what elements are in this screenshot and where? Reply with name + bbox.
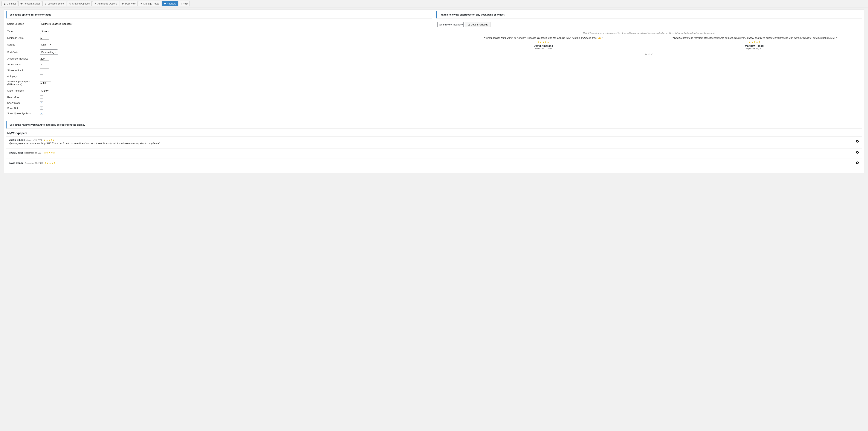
label-sortorder: Sort Order	[6, 48, 38, 56]
review-date: December 23, 2017	[25, 162, 43, 164]
label-showdate: Show Date	[6, 106, 38, 111]
exclude-location-name: MyWorkpapers	[7, 132, 861, 135]
slider-dot[interactable]	[651, 54, 653, 55]
eye-icon	[855, 139, 859, 143]
review-body: Great service from Martin at Northern Be…	[486, 36, 601, 39]
additional-label: Additional Options	[97, 2, 117, 5]
connect-label: Connect	[7, 2, 16, 5]
review-date: December 23, 2017	[25, 152, 43, 154]
post-now-tab[interactable]: Post Now	[120, 1, 138, 6]
shortcode-row: [gmb-review location= Copy Shortcode	[436, 20, 862, 29]
checkbox-readmore[interactable]	[40, 95, 43, 98]
quote-left-icon: ❝	[484, 36, 485, 39]
input-speed[interactable]	[40, 81, 51, 85]
main-content: Select the options for the shortcode Sel…	[4, 9, 864, 173]
eye-icon	[855, 150, 859, 154]
manage-posts-tab[interactable]: Manage Posts	[138, 1, 161, 6]
manage-label: Manage Posts	[143, 2, 159, 5]
reviews-slider: ❝Great service from Martin at Northern B…	[436, 36, 862, 50]
top-toolbar: Connect Account Select Location Select S…	[0, 0, 868, 7]
checkbox-showdate[interactable]	[40, 107, 43, 110]
label-visible: Visible Slides	[6, 62, 38, 67]
review-head: Martin Gibson January 19, 2018 ★★★★★	[9, 139, 854, 141]
label-location: Select Location	[6, 20, 38, 28]
sharing-label: Sharing Options	[72, 2, 90, 5]
account-label: Account Select	[24, 2, 40, 5]
svg-point-7	[857, 141, 858, 142]
review-item: Maya Liepaz December 23, 2017 ★★★★★	[6, 148, 862, 157]
help-tab[interactable]: ? Help	[179, 1, 190, 6]
label-minstars: Minimum Stars	[6, 35, 38, 41]
svg-point-9	[857, 162, 858, 163]
checkbox-autoplay[interactable]	[40, 74, 43, 77]
input-minstars[interactable]	[40, 36, 50, 40]
shortcode-output[interactable]: [gmb-review location=	[437, 22, 464, 27]
help-label: ? Help	[181, 2, 188, 5]
select-transition[interactable]: Slide	[40, 88, 50, 93]
shortcode-column: Put the following shortcode on any post,…	[434, 9, 864, 120]
review-date: January 19, 2018	[26, 139, 42, 141]
review-head: David Donde December 23, 2017 ★★★★★	[9, 162, 854, 164]
review-author: David Donde	[9, 162, 23, 164]
reviews-label: Reviews	[167, 2, 176, 5]
account-select-tab[interactable]: Account Select	[18, 1, 42, 6]
send-icon	[122, 3, 124, 5]
copy-shortcode-button[interactable]: Copy Shortcode	[465, 22, 491, 27]
checkbox-showstars[interactable]	[40, 101, 43, 104]
location-select-tab[interactable]: Location Select	[42, 1, 66, 6]
input-amount[interactable]	[40, 57, 50, 60]
slider-dots	[436, 53, 862, 56]
label-showstars: Show Stars	[6, 100, 38, 106]
exclude-title: Select the reviews you want to manually …	[6, 121, 862, 128]
review-author: Maya Liepaz	[9, 151, 23, 154]
select-location[interactable]: Northern Beaches Websites	[40, 21, 75, 26]
label-sortby: Sort By	[6, 41, 38, 48]
location-label: Location Select	[48, 2, 64, 5]
review-head: Maya Liepaz December 23, 2017 ★★★★★	[9, 151, 854, 154]
input-visible[interactable]	[40, 63, 50, 66]
checkbox-showquote[interactable]	[40, 112, 43, 115]
input-scroll[interactable]	[40, 68, 50, 72]
review-slide: ❝Can't recommend Northern Beaches Websit…	[651, 36, 859, 50]
post-now-label: Post Now	[125, 2, 135, 5]
copy-icon	[467, 24, 470, 26]
label-readmore: Read More	[6, 94, 38, 100]
label-type: Type	[6, 28, 38, 35]
additional-tab[interactable]: Additional Options	[92, 1, 119, 6]
visibility-toggle[interactable]	[855, 139, 859, 144]
visibility-toggle[interactable]	[855, 161, 859, 165]
exclude-section: Select the reviews you want to manually …	[4, 120, 864, 173]
review-slide: ❝Great service from Martin at Northern B…	[440, 36, 647, 50]
review-content: Maya Liepaz December 23, 2017 ★★★★★	[9, 151, 854, 154]
label-transition: Slide Transition	[6, 87, 38, 94]
select-sortorder[interactable]: Descending	[40, 50, 58, 55]
preview-note: Note this preview may not represent the …	[436, 32, 862, 34]
slider-dot[interactable]	[648, 54, 650, 55]
label-scroll: Slides to Scroll	[6, 67, 38, 73]
review-content: Martin Gibson January 19, 2018 ★★★★★ MyW…	[9, 139, 854, 145]
review-item: David Donde December 23, 2017 ★★★★★	[6, 159, 862, 167]
review-body: MyWorkpapers has made auditing SMSF's fo…	[9, 142, 854, 145]
label-speed: Slide Autoplay Speed (Milliseconds)	[6, 79, 38, 87]
review-stars: ★★★★★	[44, 139, 55, 141]
slider-dot[interactable]	[645, 54, 647, 55]
review-stars: ★★★★★	[440, 40, 647, 44]
quote-right-icon: ❞	[601, 36, 603, 39]
review-date: November 17, 2017	[440, 47, 647, 50]
select-type[interactable]: Slider	[40, 29, 51, 34]
copy-label: Copy Shortcode	[471, 23, 488, 26]
connect-tab[interactable]: Connect	[1, 1, 18, 6]
lock-icon	[4, 3, 6, 5]
label-amount: Amount of Reviews	[6, 56, 38, 62]
review-content: David Donde December 23, 2017 ★★★★★	[9, 162, 854, 164]
visibility-toggle[interactable]	[855, 150, 859, 155]
quote-right-icon: ❞	[836, 36, 837, 39]
reviews-tab[interactable]: Reviews	[162, 1, 178, 6]
review-date: September 13, 2017	[651, 47, 859, 50]
pin-flat-icon	[140, 3, 142, 5]
svg-point-8	[857, 152, 858, 153]
user-icon	[21, 3, 23, 5]
select-sortby[interactable]: Date	[40, 42, 53, 47]
quote-left-icon: ❝	[672, 36, 674, 39]
sharing-tab[interactable]: Sharing Options	[67, 1, 92, 6]
